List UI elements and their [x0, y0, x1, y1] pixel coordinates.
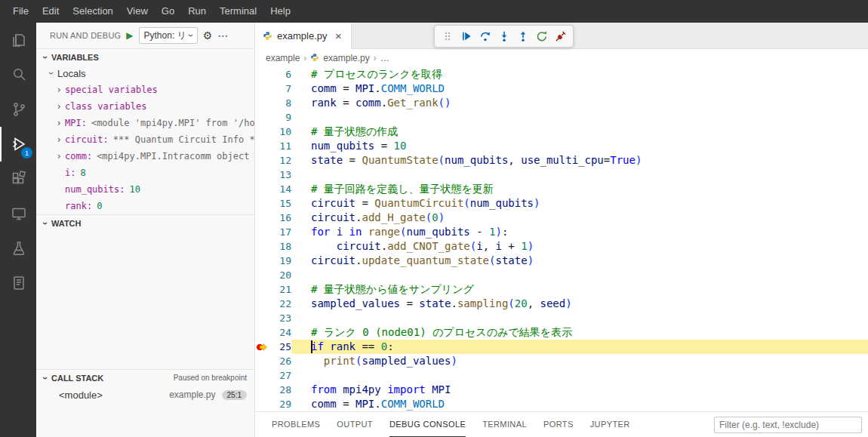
tab-example-py[interactable]: example.py ×: [255, 23, 352, 49]
gutter-line-16[interactable]: 16: [255, 211, 291, 225]
breakpoint-slot[interactable]: [255, 254, 268, 268]
breakpoint-slot[interactable]: [255, 125, 268, 139]
breakpoint-slot[interactable]: [255, 368, 268, 383]
code-line-13[interactable]: 13: [255, 168, 868, 182]
breakpoint-slot[interactable]: [255, 268, 268, 282]
variable-row[interactable]: ›class variables: [36, 98, 254, 115]
code-line-17[interactable]: 17for i in range(num_qubits - 1):: [255, 225, 868, 239]
restart-button[interactable]: [532, 27, 551, 45]
gutter-line-15[interactable]: 15: [255, 196, 291, 211]
breakpoint-slot[interactable]: [255, 225, 268, 239]
panel-tab-problems[interactable]: PROBLEMS: [272, 412, 320, 437]
code-line-26[interactable]: 26 print(sampled_values): [255, 354, 868, 368]
code-line-content[interactable]: [291, 110, 868, 125]
menu-go[interactable]: Go: [155, 0, 181, 23]
activity-source-control[interactable]: [0, 92, 36, 127]
code-line-content[interactable]: rank = comm.Get_rank(): [291, 96, 868, 110]
breakpoint-slot[interactable]: [255, 139, 268, 153]
code-line-29[interactable]: 29comm = MPI.COMM_WORLD: [255, 397, 868, 411]
code-line-8[interactable]: 8rank = comm.Get_rank(): [255, 96, 868, 110]
start-debug-icon[interactable]: ▶: [126, 30, 133, 41]
debug-console-filter-input[interactable]: [714, 417, 862, 433]
code-line-content[interactable]: # ランク 0 (node01) のプロセスのみで結果を表示: [291, 325, 868, 340]
code-line-14[interactable]: 14# 量子回路を定義し、量子状態を更新: [255, 182, 868, 196]
gutter-line-22[interactable]: 22: [255, 297, 291, 311]
more-actions-icon[interactable]: ⋯: [217, 29, 228, 42]
debug-config-dropdown[interactable]: Python: リ ›: [139, 27, 198, 44]
menu-view[interactable]: View: [120, 0, 155, 23]
breakpoint-slot[interactable]: [255, 196, 268, 211]
gutter-line-28[interactable]: 28: [255, 383, 291, 397]
code-line-content[interactable]: [291, 268, 868, 282]
breakpoint-slot[interactable]: [255, 96, 268, 110]
variable-row[interactable]: ›MPI:<module 'mpi4py.MPI' from '/home…: [36, 115, 254, 131]
breakpoint-slot[interactable]: [255, 282, 268, 297]
breakpoint-slot[interactable]: [255, 110, 268, 125]
menu-file[interactable]: File: [6, 0, 35, 23]
breadcrumb-item[interactable]: …: [380, 53, 389, 63]
step-into-button[interactable]: [494, 27, 513, 45]
gutter-line-7[interactable]: 7: [255, 82, 291, 96]
variable-row[interactable]: ›special variables: [36, 82, 254, 98]
panel-tab-output[interactable]: OUTPUT: [337, 412, 373, 437]
panel-tab-ports[interactable]: PORTS: [543, 412, 574, 437]
code-line-content[interactable]: state = QuantumState(num_qubits, use_mul…: [291, 153, 868, 168]
gutter-line-14[interactable]: 14: [255, 182, 291, 196]
breakpoint-slot[interactable]: [255, 311, 268, 325]
activity-extensions[interactable]: [0, 162, 36, 196]
disconnect-button[interactable]: [551, 27, 570, 45]
breakpoint-slot[interactable]: [255, 397, 268, 411]
gear-icon[interactable]: ⚙: [203, 29, 213, 42]
code-line-content[interactable]: [291, 368, 868, 383]
menu-terminal[interactable]: Terminal: [213, 0, 263, 23]
code-line-15[interactable]: 15circuit = QuantumCircuit(num_qubits): [255, 196, 868, 211]
code-line-content[interactable]: circuit = QuantumCircuit(num_qubits): [291, 196, 868, 211]
variable-row[interactable]: rank:0: [36, 198, 254, 214]
code-line-content[interactable]: circuit.add_H_gate(0): [291, 211, 868, 225]
code-line-7[interactable]: 7comm = MPI.COMM_WORLD: [255, 82, 868, 96]
breakpoint-slot[interactable]: [255, 168, 268, 182]
code-line-content[interactable]: [291, 311, 868, 325]
stack-frame-row[interactable]: <module> example.py 25:1: [36, 386, 254, 404]
breakpoint-slot[interactable]: [255, 297, 268, 311]
step-out-button[interactable]: [513, 27, 532, 45]
tab-close-icon[interactable]: ×: [331, 29, 345, 43]
step-over-button[interactable]: [476, 27, 494, 45]
code-line-12[interactable]: 12state = QuantumState(num_qubits, use_m…: [255, 153, 868, 168]
breakpoint-slot[interactable]: [255, 67, 268, 82]
code-line-21[interactable]: 21# 量子状態から値をサンプリング: [255, 282, 868, 297]
code-line-22[interactable]: 22sampled_values = state.sampling(20, se…: [255, 297, 868, 311]
code-line-9[interactable]: 9: [255, 110, 868, 125]
gutter-line-27[interactable]: 27: [255, 368, 291, 383]
breakpoint-slot[interactable]: [255, 82, 268, 96]
code-line-content[interactable]: sampled_values = state.sampling(20, seed…: [291, 297, 868, 311]
code-line-content[interactable]: num_qubits = 10: [291, 139, 868, 153]
code-line-content[interactable]: if rank == 0:: [291, 340, 868, 354]
code-line-16[interactable]: 16circuit.add_H_gate(0): [255, 211, 868, 225]
gutter-line-21[interactable]: 21: [255, 282, 291, 297]
code-line-content[interactable]: # 量子状態から値をサンプリング: [291, 282, 868, 297]
gutter-line-20[interactable]: 20: [255, 268, 291, 282]
breakpoint-slot[interactable]: [255, 383, 268, 397]
call-stack-section-header[interactable]: › CALL STACK Paused on breakpoint: [36, 369, 254, 386]
breadcrumb-item[interactable]: example: [266, 53, 300, 63]
gutter-line-10[interactable]: 10: [255, 125, 291, 139]
code-line-content[interactable]: comm = MPI.COMM_WORLD: [291, 82, 868, 96]
gutter-line-8[interactable]: 8: [255, 96, 291, 110]
activity-notebook[interactable]: [0, 266, 36, 300]
code-line-content[interactable]: # 量子状態の作成: [291, 125, 868, 139]
gutter-line-29[interactable]: 29: [255, 397, 291, 411]
code-line-24[interactable]: 24# ランク 0 (node01) のプロセスのみで結果を表示: [255, 325, 868, 340]
variables-section-header[interactable]: › VARIABLES: [36, 48, 254, 65]
watch-section-header[interactable]: › WATCH: [36, 214, 254, 231]
breakpoint-indicator[interactable]: [255, 340, 268, 354]
toolbar-drag-handle[interactable]: [438, 27, 457, 45]
code-line-content[interactable]: # 量子回路を定義し、量子状態を更新: [291, 182, 868, 196]
continue-button[interactable]: [457, 27, 476, 45]
code-line-25[interactable]: 25if rank == 0:: [255, 340, 868, 354]
code-line-content[interactable]: circuit.add_CNOT_gate(i, i + 1): [291, 239, 868, 254]
activity-search[interactable]: [0, 57, 36, 92]
code-line-18[interactable]: 18 circuit.add_CNOT_gate(i, i + 1): [255, 239, 868, 254]
gutter-line-11[interactable]: 11: [255, 139, 291, 153]
gutter-line-6[interactable]: 6: [255, 67, 291, 82]
